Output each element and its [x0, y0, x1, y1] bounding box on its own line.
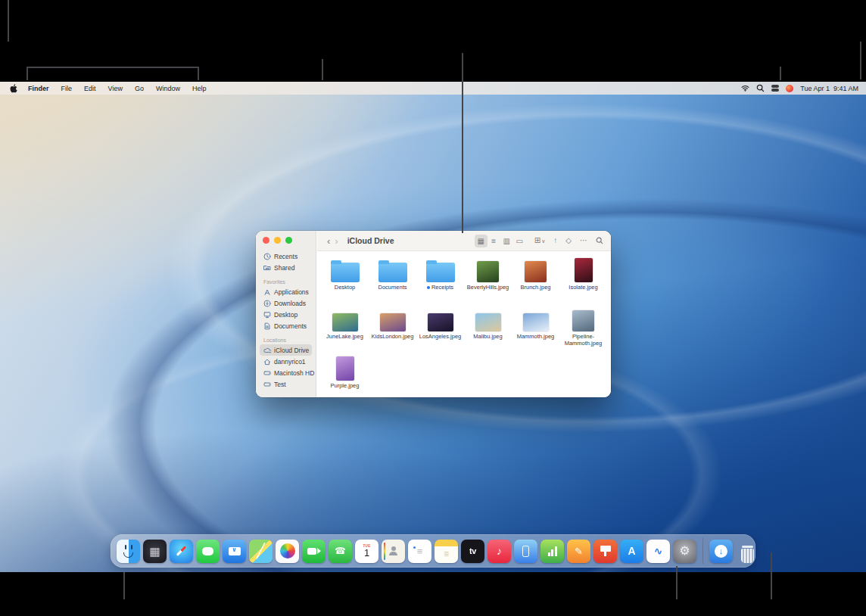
shared-folder-icon [263, 264, 271, 272]
menu-view[interactable]: View [102, 85, 129, 92]
dock-freeform[interactable]: ∿ [646, 540, 670, 563]
icloud-status-dot [427, 286, 430, 289]
file-grid: Desktop Documents Receipts BeverlyHills.… [317, 251, 611, 397]
sidebar-item-home[interactable]: dannyrico1 [260, 356, 312, 367]
dock-calendar[interactable]: TUE1 [355, 540, 378, 563]
back-button[interactable]: ‹ [325, 236, 332, 246]
dock-music[interactable]: ♪ [488, 540, 511, 563]
pen-icon: ✎ [575, 546, 583, 556]
menu-edit[interactable]: Edit [78, 85, 102, 92]
control-center-pill [771, 85, 779, 88]
image-thumbnail [572, 310, 594, 331]
siri-icon[interactable] [786, 85, 793, 92]
dock-system-settings[interactable]: ⚙ [673, 540, 696, 563]
folder-icon [331, 263, 360, 282]
window-traffic-lights [263, 237, 292, 244]
download-circle-icon: ↓ [715, 545, 727, 558]
more-options-button[interactable]: ⋯ [580, 237, 587, 244]
file-losangeles[interactable]: LosAngeles.jpeg [416, 306, 464, 353]
file-isolate[interactable]: Isolate.jpeg [559, 257, 607, 303]
dock-app-store[interactable]: A [620, 540, 643, 563]
dock-reminders[interactable]: ≡ [408, 540, 431, 563]
file-receipts[interactable]: Receipts [416, 257, 464, 303]
sidebar-item-shared[interactable]: Shared [260, 262, 312, 273]
dock-trash[interactable] [736, 540, 759, 563]
sidebar-item-macintosh-hd[interactable]: Macintosh HD [260, 367, 312, 378]
file-malibu[interactable]: Malibu.jpeg [464, 306, 512, 353]
sidebar-item-test-volume[interactable]: Test [260, 378, 312, 390]
dock-tv[interactable]: tv [461, 540, 484, 563]
dock-iphone-mirroring[interactable] [514, 540, 537, 563]
dock-finder[interactable] [117, 540, 140, 563]
menu-go[interactable]: Go [129, 85, 150, 92]
file-desktop[interactable]: Desktop [321, 257, 369, 303]
sidebar-item-applications[interactable]: Applications [260, 286, 312, 297]
sidebar-item-label: Macintosh HD [274, 369, 314, 377]
close-button[interactable] [263, 237, 269, 244]
file-beverlyhills[interactable]: BeverlyHills.jpeg [464, 257, 512, 303]
wifi-icon[interactable] [741, 84, 749, 92]
apple-menu[interactable] [10, 84, 17, 93]
icon-view-button[interactable]: ▦ [475, 235, 488, 247]
gallery-view-button[interactable]: ▭ [513, 235, 526, 247]
image-thumbnail [475, 313, 501, 331]
sidebar-item-desktop[interactable]: Desktop [260, 309, 312, 320]
color-wheel-icon [280, 543, 295, 558]
dock-facetime[interactable] [302, 540, 326, 563]
image-thumbnail [332, 313, 358, 331]
menu-help[interactable]: Help [186, 85, 213, 92]
spotlight-icon[interactable] [756, 84, 765, 92]
search-button[interactable] [596, 237, 603, 244]
view-switcher: ▦ ≡ ▥ ▭ [475, 235, 526, 247]
dock-phone[interactable]: ☎ [329, 540, 352, 563]
file-name: JuneLake.jpeg [326, 333, 363, 340]
file-junelake[interactable]: JuneLake.jpeg [321, 306, 369, 353]
dock-notes[interactable]: ≡ [435, 540, 458, 563]
dock: ▦ ∨ ╱ ☎ TUE1 [111, 534, 755, 568]
sidebar-item-label: Recents [274, 253, 297, 260]
share-button[interactable]: ↑ [553, 237, 557, 244]
dock-contacts[interactable] [382, 540, 405, 563]
dock-keynote[interactable] [593, 540, 617, 563]
menu-window[interactable]: Window [150, 85, 186, 92]
menu-file[interactable]: File [55, 85, 79, 92]
dock-launchpad[interactable]: ▦ [143, 540, 167, 563]
menu-bar-clock[interactable]: Tue Apr 1 9:41 AM [800, 85, 858, 92]
video-camera-icon [307, 548, 316, 555]
dock-safari[interactable] [170, 540, 193, 563]
minimize-button[interactable] [274, 237, 281, 244]
file-kidslondon[interactable]: KidsLondon.jpeg [369, 306, 416, 353]
sidebar-item-downloads[interactable]: Downloads [260, 297, 312, 309]
sidebar-item-documents[interactable]: Documents [260, 320, 312, 331]
dock-maps[interactable]: ╱ [249, 540, 273, 563]
file-brunch[interactable]: Brunch.jpeg [512, 257, 559, 303]
image-thumbnail [380, 313, 406, 331]
file-pipeline-mammoth[interactable]: Pipeline-Mammoth.jpeg [559, 306, 607, 353]
group-by-button[interactable]: ⊞∨ [534, 237, 546, 244]
tags-button[interactable]: ◇ [565, 237, 572, 244]
downloads-icon [263, 300, 271, 307]
sidebar-item-icloud-drive[interactable]: iCloud Drive [260, 344, 312, 356]
dock-mail[interactable]: ∨ [223, 540, 246, 563]
external-disk-icon [263, 381, 271, 388]
image-thumbnail [523, 313, 549, 331]
dock-pages[interactable]: ✎ [567, 540, 590, 563]
menu-finder[interactable]: Finder [22, 85, 55, 92]
callout-line [26, 67, 199, 68]
dock-photos[interactable] [276, 540, 299, 563]
podium-board-icon [600, 546, 611, 552]
dock-numbers[interactable] [540, 540, 564, 563]
sidebar-item-recents[interactable]: Recents [260, 250, 312, 262]
file-documents[interactable]: Documents [369, 257, 416, 303]
sidebar-item-label: Test [274, 381, 286, 388]
column-view-button[interactable]: ▥ [500, 235, 513, 247]
image-thumbnail [428, 313, 453, 331]
zoom-button[interactable] [285, 237, 292, 244]
control-center-icon[interactable] [771, 85, 779, 92]
list-view-button[interactable]: ≡ [488, 235, 500, 247]
file-mammoth[interactable]: Mammoth.jpeg [512, 306, 559, 353]
dock-messages[interactable] [196, 540, 220, 563]
forward-button[interactable]: › [332, 236, 340, 246]
dock-downloads[interactable]: ↓ [709, 540, 733, 563]
file-purple[interactable]: Purple.jpeg [321, 355, 369, 397]
